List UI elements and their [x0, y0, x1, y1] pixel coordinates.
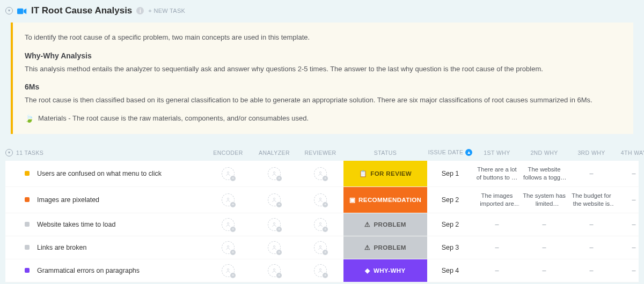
svg-point-3	[319, 171, 321, 173]
why2-cell[interactable]: –	[543, 221, 546, 228]
reviewer-assign[interactable]	[314, 193, 327, 206]
info-icon[interactable]: i	[136, 7, 144, 14]
way4-cell[interactable]: –	[632, 170, 636, 177]
svg-point-5	[273, 198, 275, 199]
encoder-assign[interactable]	[222, 264, 235, 277]
why3-cell[interactable]: –	[590, 244, 594, 251]
analyzer-assign[interactable]	[268, 167, 281, 180]
issue-date[interactable]: Sep 2	[442, 221, 459, 228]
why2-cell[interactable]: The system has limited storage…	[522, 192, 566, 207]
task-name[interactable]: Images are pixelated	[37, 196, 99, 204]
why3-cell[interactable]: –	[590, 170, 594, 177]
reviewer-assign[interactable]	[314, 241, 327, 254]
way4-cell[interactable]: –	[632, 221, 636, 228]
col-way4[interactable]: 4TH WAY	[621, 150, 644, 156]
col-status[interactable]: STATUS	[374, 150, 397, 156]
sort-asc-icon[interactable]: ▲	[465, 149, 472, 156]
status-pill[interactable]: ⚠PROBLEM	[343, 213, 427, 236]
status-label: PROBLEM	[374, 221, 406, 228]
analyzer-assign[interactable]	[268, 241, 281, 254]
reviewer-assign[interactable]	[314, 167, 327, 180]
priority-indicator	[25, 222, 30, 227]
col-why1[interactable]: 1ST WHY	[484, 150, 510, 156]
why1-cell[interactable]: The images imported are fro…	[475, 192, 519, 207]
col-why2[interactable]: 2ND WHY	[530, 150, 558, 156]
list-header: ▾ IT Root Cause Analysis i + NEW TASK	[0, 0, 644, 19]
analyzer-assign[interactable]	[268, 264, 281, 277]
desc-materials-row: 🍃 Materials - The root cause is the raw …	[25, 113, 621, 124]
col-encoder[interactable]: ENCODER	[213, 150, 243, 156]
task-row[interactable]: Website takes time to load⚠PROBLEMSep 2–…	[5, 213, 639, 236]
col-reviewer[interactable]: REVIEWER	[304, 150, 336, 156]
svg-point-15	[319, 268, 321, 270]
way4-cell[interactable]: –	[632, 267, 636, 274]
svg-point-12	[319, 245, 321, 247]
task-row[interactable]: Links are broken⚠PROBLEMSep 3––––	[5, 236, 639, 259]
why1-cell[interactable]: –	[495, 267, 499, 274]
way4-cell[interactable]: –	[632, 196, 636, 204]
why2-cell[interactable]: –	[543, 267, 546, 274]
issue-date[interactable]: Sep 1	[442, 170, 459, 177]
encoder-assign[interactable]	[222, 218, 235, 231]
reviewer-assign[interactable]	[314, 264, 327, 277]
desc-whywhy-body: This analysis method entails the analyze…	[25, 64, 621, 74]
priority-indicator	[25, 245, 30, 250]
issue-date[interactable]: Sep 3	[442, 244, 459, 251]
desc-sixms-body: The root cause is then classified based …	[25, 95, 621, 106]
why3-cell[interactable]: –	[590, 267, 594, 274]
task-name[interactable]: Users are confused on what menu to click	[37, 170, 162, 177]
analyzer-assign[interactable]	[268, 193, 281, 206]
collapse-icon[interactable]: ▾	[5, 7, 13, 14]
task-name[interactable]: Links are broken	[37, 244, 86, 251]
status-pill[interactable]: ◆WHY-WHY	[343, 259, 427, 282]
priority-indicator	[25, 171, 30, 176]
priority-indicator	[25, 197, 30, 202]
desc-sixms-heading: 6Ms	[25, 81, 621, 93]
svg-point-7	[227, 222, 229, 224]
status-label: FOR REVIEW	[370, 170, 412, 177]
why2-cell[interactable]: The website follows a toggle …	[522, 166, 566, 181]
svg-point-6	[319, 198, 321, 199]
status-label: RECOMMENDATION	[358, 197, 421, 203]
encoder-assign[interactable]	[222, 167, 235, 180]
why1-cell[interactable]: –	[495, 244, 499, 251]
svg-point-2	[273, 171, 275, 173]
task-count: 11 TASKS	[16, 150, 43, 156]
why2-cell[interactable]: –	[543, 244, 546, 251]
svg-point-10	[227, 245, 229, 247]
status-label: WHY-WHY	[374, 267, 406, 274]
task-name[interactable]: Website takes time to load	[37, 221, 115, 228]
col-why3[interactable]: 3RD WHY	[577, 150, 605, 156]
status-icon: ⚠	[364, 244, 370, 251]
task-name[interactable]: Grammatical errors on paragraphs	[37, 267, 140, 274]
desc-intro: To identify the root cause of a specific…	[25, 32, 621, 43]
status-pill[interactable]: 📋FOR REVIEW	[343, 161, 427, 186]
task-row[interactable]: Users are confused on what menu to click…	[5, 161, 639, 187]
svg-point-13	[227, 268, 229, 270]
way4-cell[interactable]: –	[632, 244, 636, 251]
tasks-collapse-icon[interactable]: ▾	[5, 149, 13, 156]
status-pill[interactable]: ▣RECOMMENDATION	[343, 187, 427, 213]
svg-point-8	[273, 222, 275, 224]
analyzer-assign[interactable]	[268, 218, 281, 231]
status-icon: ⚠	[364, 221, 370, 228]
svg-point-4	[227, 198, 229, 199]
issue-date[interactable]: Sep 2	[442, 196, 459, 204]
issue-date[interactable]: Sep 4	[442, 267, 459, 274]
task-row[interactable]: Grammatical errors on paragraphs◆WHY-WHY…	[5, 259, 639, 282]
col-issue-date[interactable]: ISSUE DATE	[428, 149, 464, 156]
status-icon: ▣	[349, 196, 355, 204]
svg-point-1	[227, 171, 229, 173]
why3-cell[interactable]: –	[590, 221, 594, 228]
col-analyzer[interactable]: ANALYZER	[259, 150, 290, 156]
new-task-button[interactable]: + NEW TASK	[148, 8, 185, 14]
task-row[interactable]: Images are pixelated▣RECOMMENDATIONSep 2…	[5, 187, 639, 213]
reviewer-assign[interactable]	[314, 218, 327, 231]
why1-cell[interactable]: There are a lot of buttons to …	[475, 166, 519, 181]
why1-cell[interactable]: –	[495, 221, 499, 228]
status-pill[interactable]: ⚠PROBLEM	[343, 236, 427, 259]
why3-cell[interactable]: The budget for the website is …	[569, 192, 613, 207]
encoder-assign[interactable]	[222, 241, 235, 254]
svg-point-9	[319, 222, 321, 224]
encoder-assign[interactable]	[222, 193, 235, 206]
